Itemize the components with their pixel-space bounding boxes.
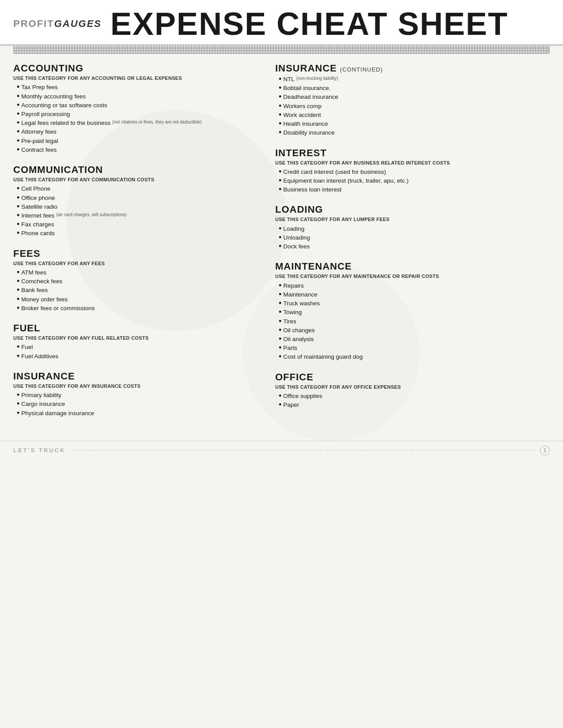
- internet-note: (air card charges, wifi subscriptions): [56, 212, 127, 218]
- list-item: Oil changes: [279, 326, 550, 335]
- section-maintenance: MAINTENANCE USE THIS CATEGORY FOR ANY MA…: [275, 261, 550, 361]
- fuel-title: FUEL: [13, 323, 262, 334]
- list-item: NTL (non-trucking liability): [279, 75, 550, 84]
- logo-gauges: GAUGES: [54, 18, 102, 30]
- list-item: Comcheck fees: [17, 277, 262, 286]
- list-item: Physical damage insurance: [17, 409, 262, 418]
- fees-title: FEES: [13, 248, 262, 259]
- list-item: Money order fees: [17, 295, 262, 304]
- main-content: ACCOUNTING USE THIS CATEGORY FOR ANY ACC…: [0, 54, 563, 441]
- list-item: Loading: [279, 225, 550, 233]
- list-item: Office phone: [17, 194, 262, 203]
- footer: LET'S TRUCK 1: [0, 441, 563, 460]
- section-insurance: INSURANCE USE THIS CATEGORY FOR ANY INSU…: [13, 371, 262, 418]
- office-title: OFFICE: [275, 372, 550, 383]
- list-item: Truck washes: [279, 299, 550, 308]
- fuel-subtitle: USE THIS CATEGORY FOR ANY FUEL RELATED C…: [13, 335, 262, 341]
- list-item: ATM fees: [17, 268, 262, 277]
- maintenance-title: MAINTENANCE: [275, 261, 550, 272]
- accounting-title: ACCOUNTING: [13, 63, 262, 74]
- list-item: Phone cards: [17, 229, 262, 238]
- communication-subtitle: USE THIS CATEGORY FOR ANY COMMUNICATION …: [13, 176, 262, 183]
- page-number: 1: [540, 446, 550, 455]
- list-item: Fuel Additives: [17, 352, 262, 361]
- insurance-continued-list: NTL (non-trucking liability) Bobtail ins…: [275, 75, 550, 138]
- list-item: Health insurance: [279, 120, 550, 128]
- insurance-title: INSURANCE: [13, 371, 262, 382]
- list-item: Legal fees related to the business (not …: [17, 119, 262, 128]
- list-item: Pre-paid legal: [17, 137, 262, 146]
- communication-list: Cell Phone Office phone Satellite radio …: [13, 184, 262, 238]
- list-item: Satellite radio: [17, 203, 262, 211]
- insurance-continued-title: INSURANCE (CONTINUED): [275, 63, 550, 74]
- insurance-subtitle: USE THIS CATEGORY FOR ANY INSURANCE COST…: [13, 383, 262, 389]
- page-title: EXPENSE CHEAT SHEET: [110, 8, 508, 40]
- list-item: Primary liability: [17, 391, 262, 400]
- maintenance-subtitle: USE THIS CATEGORY FOR ANY MAINTENANCE OR…: [275, 273, 550, 279]
- insurance-list: Primary liability Cargo insurance Physic…: [13, 391, 262, 418]
- list-item: Contract fees: [17, 146, 262, 154]
- fees-subtitle: USE THIS CATEGORY FOR ANY FEES: [13, 260, 262, 266]
- loading-title: LOADING: [275, 204, 550, 215]
- list-item: Maintenance: [279, 290, 550, 299]
- office-list: Office supplies Paper: [275, 392, 550, 409]
- logo: PROFITGAUGES: [13, 18, 102, 30]
- list-item: Repairs: [279, 281, 550, 290]
- list-item: Internet fees (air card charges, wifi su…: [17, 211, 262, 220]
- list-item: Workers comp: [279, 102, 550, 111]
- section-interest: INTEREST USE THIS CATEGORY FOR ANY BUSIN…: [275, 147, 550, 195]
- list-item: Business loan interest: [279, 185, 550, 194]
- list-item: Disability insurance: [279, 128, 550, 137]
- left-column: ACCOUNTING USE THIS CATEGORY FOR ANY ACC…: [13, 63, 271, 428]
- list-item: Equipment loan interest (truck, trailer,…: [279, 176, 550, 185]
- list-item: Cell Phone: [17, 184, 262, 193]
- list-item: Tires: [279, 317, 550, 326]
- interest-list: Credit card interest (used for business)…: [275, 168, 550, 195]
- section-accounting: ACCOUNTING USE THIS CATEGORY FOR ANY ACC…: [13, 63, 262, 154]
- list-item: Bobtail insurance.: [279, 84, 550, 93]
- list-item: Paper: [279, 401, 550, 409]
- list-item: Monthly accounting fees: [17, 92, 262, 101]
- list-item: Bank fees: [17, 286, 262, 295]
- list-item: Office supplies: [279, 392, 550, 401]
- section-insurance-continued: INSURANCE (CONTINUED) NTL (non-trucking …: [275, 63, 550, 138]
- list-item: Broker fees or commissions: [17, 304, 262, 313]
- maintenance-list: Repairs Maintenance Truck washes Towing …: [275, 281, 550, 362]
- right-column: INSURANCE (CONTINUED) NTL (non-trucking …: [271, 63, 550, 428]
- communication-title: COMMUNICATION: [13, 164, 262, 176]
- list-item: Credit card interest (used for business): [279, 168, 550, 176]
- list-item: Work accident: [279, 111, 550, 120]
- list-item: Cost of maintaining guard dog: [279, 353, 550, 361]
- interest-title: INTEREST: [275, 147, 550, 159]
- interest-subtitle: USE THIS CATEGORY FOR ANY BUSINESS RELAT…: [275, 160, 550, 166]
- insurance-continued-label: (CONTINUED): [340, 66, 383, 73]
- footer-divider: [70, 450, 536, 450]
- list-item: Deadhead insurance: [279, 93, 550, 101]
- legal-note: (not citations or fines, they are not de…: [112, 119, 201, 125]
- list-item: Fax charges: [17, 220, 262, 229]
- loading-list: Loading Unloading Dock fees: [275, 225, 550, 251]
- loading-subtitle: USE THIS CATEGORY FOR ANY LUMPER FEES: [275, 216, 550, 222]
- list-item: Payroll processing: [17, 110, 262, 119]
- footer-logo: LET'S TRUCK: [13, 447, 65, 454]
- logo-profit: PROFIT: [13, 18, 54, 30]
- list-item: Attorney fees: [17, 128, 262, 136]
- list-item: Parts: [279, 344, 550, 353]
- list-item: Towing: [279, 308, 550, 317]
- section-loading: LOADING USE THIS CATEGORY FOR ANY LUMPER…: [275, 204, 550, 251]
- fuel-list: Fuel Fuel Additives: [13, 343, 262, 360]
- list-item: Fuel: [17, 343, 262, 352]
- list-item: Oil analysis: [279, 335, 550, 344]
- accounting-list: Tax Prep fees Monthly accounting fees Ac…: [13, 83, 262, 154]
- list-item: Dock fees: [279, 242, 550, 251]
- list-item: Unloading: [279, 233, 550, 242]
- office-subtitle: USE THIS CATEGORY FOR ANY OFFICE EXPENSE…: [275, 384, 550, 390]
- section-fuel: FUEL USE THIS CATEGORY FOR ANY FUEL RELA…: [13, 323, 262, 361]
- decorative-dot-bar: [13, 46, 550, 54]
- section-fees: FEES USE THIS CATEGORY FOR ANY FEES ATM …: [13, 248, 262, 313]
- section-communication: COMMUNICATION USE THIS CATEGORY FOR ANY …: [13, 164, 262, 238]
- list-item: Cargo insurance: [17, 400, 262, 409]
- list-item: Accounting or tax software costs: [17, 101, 262, 110]
- header: PROFITGAUGES EXPENSE CHEAT SHEET: [0, 0, 563, 46]
- accounting-subtitle: USE THIS CATEGORY FOR ANY ACCOUNTING OR …: [13, 75, 262, 81]
